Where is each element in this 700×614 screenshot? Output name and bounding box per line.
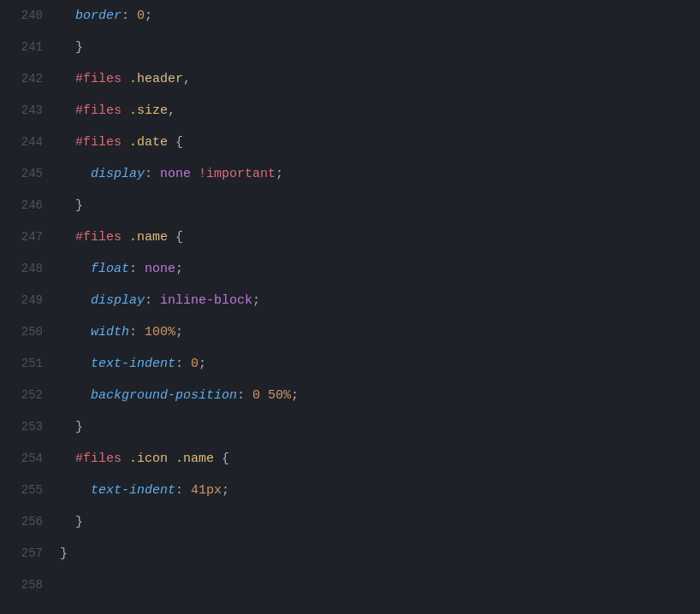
token-punctuation — [168, 230, 175, 245]
code-line: border: 0; — [60, 0, 700, 32]
line-number: 249 — [0, 285, 43, 316]
token-zero: 0 — [191, 357, 199, 371]
token-punctuation: ; — [199, 357, 206, 371]
token-punctuation — [60, 293, 91, 308]
token-brace: } — [60, 546, 68, 561]
token-punctuation: : — [175, 357, 191, 371]
token-property: float — [91, 262, 129, 276]
line-number: 243 — [0, 95, 43, 127]
token-punctuation — [168, 135, 175, 150]
token-punctuation — [60, 230, 75, 245]
line-number: 253 — [0, 411, 43, 443]
token-property: text-indent — [91, 357, 175, 371]
token-property: background-position — [91, 388, 237, 403]
token-number: 100% — [145, 325, 175, 339]
token-value-special: none — [160, 167, 191, 181]
token-brace: } — [75, 420, 83, 434]
line-number: 242 — [0, 63, 43, 95]
token-punctuation: ; — [252, 293, 260, 308]
line-number: 251 — [0, 348, 43, 380]
token-property: text-indent — [91, 483, 175, 498]
line-number: 254 — [0, 443, 43, 475]
token-property: width — [91, 325, 129, 339]
code-line: background-position: 0 50%; — [60, 380, 700, 411]
line-number: 246 — [0, 190, 43, 221]
token-punctuation: ; — [175, 262, 183, 276]
code-line: text-indent: 0; — [60, 348, 700, 380]
line-number: 240 — [0, 0, 43, 32]
line-number: 256 — [0, 506, 43, 538]
token-number: 50% — [268, 388, 291, 403]
token-selector-id: #files — [75, 72, 122, 86]
token-punctuation: : — [129, 325, 145, 339]
token-value-special: inline-block — [160, 293, 252, 308]
code-line: text-indent: 41px; — [60, 475, 700, 506]
token-punctuation — [60, 357, 91, 371]
token-punctuation — [60, 483, 91, 498]
code-editor: 2402412422432442452462472482492502512522… — [0, 0, 700, 614]
token-punctuation — [60, 420, 75, 434]
token-punctuation — [60, 135, 75, 150]
code-line: } — [60, 538, 700, 570]
code-line: } — [60, 190, 700, 221]
token-property: border — [75, 9, 122, 23]
token-punctuation — [60, 515, 75, 529]
token-selector-class: .size — [122, 103, 168, 118]
token-brace: { — [222, 452, 229, 466]
code-line: display: none !important; — [60, 158, 700, 190]
token-selector-id: #files — [75, 230, 122, 245]
token-punctuation: ; — [276, 167, 283, 181]
token-punctuation: : — [145, 167, 160, 181]
token-brace: } — [75, 515, 83, 529]
token-value-special: none — [145, 262, 175, 276]
token-punctuation: : — [145, 293, 160, 308]
token-selector-class: .name — [168, 452, 214, 466]
token-selector-class: .header — [122, 72, 183, 86]
code-line: } — [60, 506, 700, 538]
line-number: 258 — [0, 570, 43, 601]
token-punctuation — [60, 9, 75, 23]
token-brace: { — [175, 135, 183, 150]
line-number: 250 — [0, 316, 43, 348]
code-line: #files .icon .name { — [60, 443, 700, 475]
token-brace: { — [175, 230, 183, 245]
token-punctuation: , — [183, 72, 191, 86]
code-line: #files .size, — [60, 95, 700, 127]
token-selector-class: .icon — [122, 452, 168, 466]
token-punctuation: : — [129, 262, 145, 276]
line-number: 244 — [0, 127, 43, 158]
token-brace: } — [75, 40, 83, 55]
line-number: 255 — [0, 475, 43, 506]
token-selector-class: .name — [122, 230, 168, 245]
token-punctuation — [60, 198, 75, 213]
code-line: width: 100%; — [60, 316, 700, 348]
token-punctuation: : — [175, 483, 191, 498]
token-punctuation — [191, 167, 199, 181]
token-punctuation — [60, 167, 91, 181]
token-punctuation: ; — [175, 325, 183, 339]
token-selector-id: #files — [75, 135, 122, 150]
token-punctuation — [60, 325, 91, 339]
token-punctuation — [60, 40, 75, 55]
token-punctuation — [60, 452, 75, 466]
code-line: float: none; — [60, 253, 700, 285]
line-number: 247 — [0, 221, 43, 253]
token-zero: 0 — [252, 388, 260, 403]
line-number: 252 — [0, 380, 43, 411]
code-content: border: 0; } #files .header, #files .siz… — [51, 0, 700, 614]
code-line: #files .date { — [60, 127, 700, 158]
token-punctuation: : — [237, 388, 252, 403]
token-punctuation: , — [168, 103, 175, 118]
line-number: 241 — [0, 32, 43, 63]
line-number: 248 — [0, 253, 43, 285]
code-line: #files .name { — [60, 221, 700, 253]
token-selector-id: #files — [75, 452, 122, 466]
token-punctuation: ; — [145, 9, 152, 23]
token-property: display — [91, 293, 145, 308]
line-number: 257 — [0, 538, 43, 570]
token-selector-id: #files — [75, 103, 122, 118]
code-line: } — [60, 411, 700, 443]
code-line: display: inline-block; — [60, 285, 700, 316]
code-line: #files .header, — [60, 63, 700, 95]
token-punctuation — [60, 103, 75, 118]
